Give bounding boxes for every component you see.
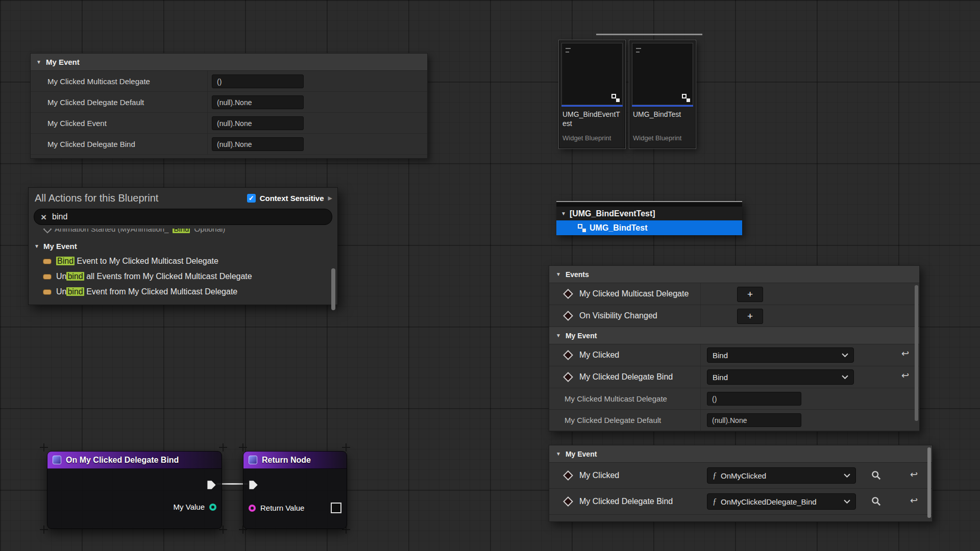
value-field[interactable]: (null).None xyxy=(212,137,304,151)
property-label: My Clicked Multicast Delegate xyxy=(31,71,207,91)
asset-tile-umg-bindtest[interactable]: UMG_BindTest Widget Blueprint xyxy=(629,40,696,148)
browse-to-function-icon[interactable] xyxy=(871,496,881,506)
value-input-pin[interactable] xyxy=(249,505,256,512)
add-event-button[interactable]: + xyxy=(737,287,763,302)
action-item-bind-event[interactable]: Bind Event to My Clicked Multicast Deleg… xyxy=(29,254,337,269)
delegate-icon xyxy=(43,289,52,295)
function-dropdown[interactable]: ƒ OnMyClicked xyxy=(707,467,856,484)
value-field[interactable]: () xyxy=(212,74,304,88)
hierarchy-selected-row[interactable]: UMG_BindTest xyxy=(556,220,742,235)
property-row-multicast-delegate: My Clicked Multicast Delegate () xyxy=(549,388,919,410)
reset-to-default-button[interactable]: ↩ xyxy=(910,496,918,505)
clear-search-icon[interactable]: × xyxy=(41,212,46,222)
browse-to-function-icon[interactable] xyxy=(871,470,881,480)
collapse-arrow-icon[interactable]: ▼ xyxy=(36,59,41,65)
pin-label: My Value xyxy=(174,503,205,511)
category-header-my-event[interactable]: ▼ My Event xyxy=(549,327,919,344)
value-field[interactable]: (null).None xyxy=(707,413,801,427)
pin-label: Return Value xyxy=(260,504,304,512)
chevron-down-icon xyxy=(844,499,850,504)
exec-output-pin[interactable] xyxy=(207,480,216,490)
asset-name: UMG_BindTest xyxy=(632,107,693,133)
clipped-action-item[interactable]: Animation Started (MyAnimation_BindOptio… xyxy=(29,229,337,238)
event-icon xyxy=(563,289,573,299)
return-value-checkbox[interactable] xyxy=(331,503,341,513)
text-post: Event to My Clicked Multicast Delegate xyxy=(75,257,218,265)
blueprint-editor-screen: { "colors": { "accent_blue": "#0a70e0", … xyxy=(0,0,980,551)
scrollbar-thumb[interactable] xyxy=(331,268,335,310)
exec-input-pin[interactable] xyxy=(249,480,258,490)
text-post: Optional) xyxy=(194,229,225,233)
output-pin-row: My Value xyxy=(174,503,216,511)
actions-category-my-event[interactable]: ▼ My Event xyxy=(29,238,337,254)
node-header[interactable]: On My Clicked Delegate Bind xyxy=(47,452,222,469)
chevron-down-icon xyxy=(842,353,848,357)
value-field[interactable]: (null).None xyxy=(212,116,304,130)
actions-search-box[interactable]: × bind xyxy=(34,209,332,225)
value-field[interactable]: () xyxy=(707,392,801,406)
event-label: On Visibility Changed xyxy=(579,311,657,320)
asset-type: Widget Blueprint xyxy=(632,133,693,146)
search-match: bind xyxy=(66,287,84,296)
hierarchy-root-label: [UMG_BindEventTest] xyxy=(570,209,655,218)
grid-tick xyxy=(219,443,227,452)
event-icon xyxy=(43,229,52,233)
text-pre: Un xyxy=(56,287,66,296)
collapse-arrow-icon[interactable]: ▼ xyxy=(556,271,561,277)
property-value-cell: (null).None xyxy=(207,92,427,112)
thumbnail-text-mark xyxy=(566,52,569,53)
return-node-icon xyxy=(249,456,257,464)
chevron-down-icon xyxy=(844,473,850,478)
value-field[interactable]: (null).None xyxy=(212,95,304,109)
property-label: My Clicked xyxy=(579,471,619,480)
scrollbar-thumb[interactable] xyxy=(915,285,918,421)
property-label: My Clicked Delegate Default xyxy=(565,416,661,424)
bind-dropdown[interactable]: Bind xyxy=(707,347,854,363)
reset-to-default-button[interactable]: ↩ xyxy=(901,371,909,380)
property-value-cell: () xyxy=(207,71,427,91)
value-output-pin[interactable] xyxy=(209,504,216,511)
context-sensitive-checkbox[interactable]: ✓ xyxy=(247,194,256,203)
hierarchy-root-row[interactable]: ▼ [UMG_BindEventTest] xyxy=(556,207,742,220)
property-label: My Clicked Delegate Bind xyxy=(31,134,207,154)
context-sensitive-toggle[interactable]: ✓ Context Sensitive ▶ xyxy=(247,194,332,203)
property-value-cell: (null).None xyxy=(207,134,427,154)
collapse-arrow-icon[interactable]: ▼ xyxy=(556,333,561,338)
reset-to-default-button[interactable]: ↩ xyxy=(901,349,909,358)
node-on-my-clicked-delegate-bind[interactable]: On My Clicked Delegate Bind My Value xyxy=(47,451,222,529)
thumbnail-text-mark xyxy=(566,48,571,49)
collapse-arrow-icon[interactable]: ▼ xyxy=(34,243,39,249)
category-header-my-event[interactable]: ▼ My Event xyxy=(31,54,427,71)
add-event-button[interactable]: + xyxy=(737,309,763,324)
panel-divider xyxy=(556,201,742,207)
category-header-my-event[interactable]: ▼ My Event xyxy=(549,445,932,463)
action-item-unbind-all[interactable]: Unbind all Events from My Clicked Multic… xyxy=(29,269,337,284)
search-match: bind xyxy=(66,272,84,281)
event-icon xyxy=(563,496,573,507)
collapse-arrow-icon[interactable]: ▼ xyxy=(561,211,566,216)
node-header[interactable]: Return Node xyxy=(243,452,347,469)
action-item-unbind-event[interactable]: Unbind Event from My Clicked Multicast D… xyxy=(29,284,337,299)
actions-menu-titlebar: All Actions for this Blueprint ✓ Context… xyxy=(29,188,337,206)
node-return-node[interactable]: Return Node Return Value xyxy=(243,451,347,529)
actions-menu-title: All Actions for this Blueprint xyxy=(35,192,158,204)
search-input[interactable]: bind xyxy=(52,212,67,221)
property-row: My Clicked Delegate Bind (null).None xyxy=(31,134,427,155)
collapse-arrow-icon[interactable]: ▼ xyxy=(556,451,561,457)
hierarchy-panel: ▼ [UMG_BindEventTest] UMG_BindTest xyxy=(556,201,742,235)
category-header-events[interactable]: ▼ Events xyxy=(549,266,919,283)
context-sensitive-label: Context Sensitive xyxy=(260,194,324,203)
asset-tile-umg-bindeventtest[interactable]: UMG_BindEventTest Widget Blueprint xyxy=(559,40,625,148)
expand-right-icon[interactable]: ▶ xyxy=(328,195,332,202)
function-dropdown[interactable]: ƒ OnMyClickedDelegate_Bind xyxy=(707,493,856,510)
event-icon xyxy=(563,350,573,360)
bind-dropdown[interactable]: Bind xyxy=(707,369,854,385)
scrollbar-thumb[interactable] xyxy=(927,447,931,518)
category-label: My Event xyxy=(566,450,597,458)
action-item-label: Unbind all Events from My Clicked Multic… xyxy=(56,272,252,281)
property-row: My Clicked Delegate Default (null).None xyxy=(31,92,427,113)
event-label: My Clicked Multicast Delegate xyxy=(579,289,689,298)
dropdown-value: OnMyClickedDelegate_Bind xyxy=(721,497,817,506)
event-row-multicast-delegate: My Clicked Multicast Delegate + xyxy=(549,283,919,305)
reset-to-default-button[interactable]: ↩ xyxy=(910,470,918,479)
